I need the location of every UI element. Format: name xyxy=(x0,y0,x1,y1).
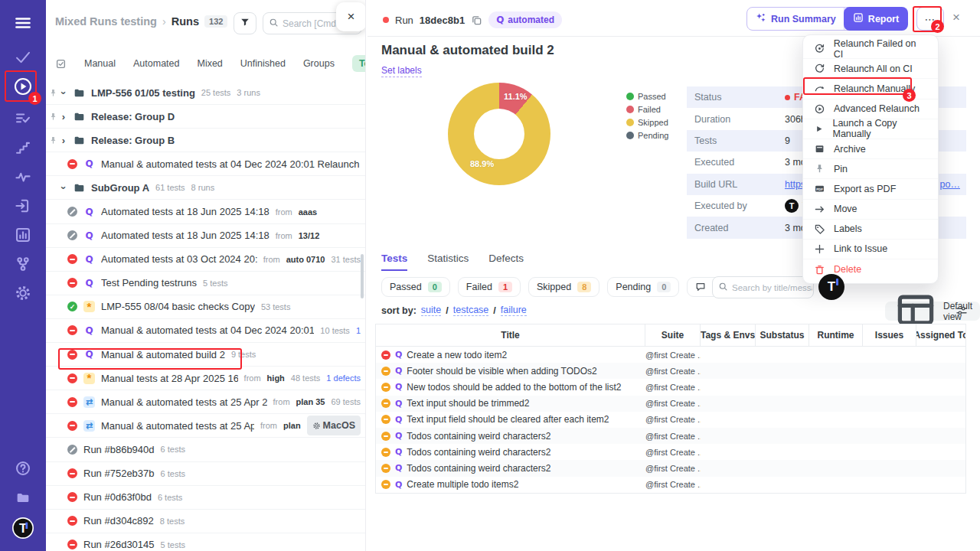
run-list-item[interactable]: Run #752eb37b6 tests xyxy=(46,462,365,486)
run-list-item[interactable]: *LMP-555 08/04 basic checks Copy53 tests xyxy=(46,295,365,319)
tests-search-box[interactable] xyxy=(712,276,814,298)
menu-item-pin[interactable]: Pin xyxy=(803,159,938,179)
table-row[interactable]: QText input field should be cleared afte… xyxy=(376,412,965,428)
chevron-right-icon[interactable]: › xyxy=(60,111,67,122)
check-icon[interactable] xyxy=(15,49,31,66)
report-button[interactable]: Report xyxy=(844,7,908,31)
menu-item-link-to-issue[interactable]: Link to Issue xyxy=(803,240,938,259)
run-group-item[interactable]: ›LMP-556 01/05 testing25 tests3 runs xyxy=(46,81,365,105)
menu-item-archive[interactable]: Archive xyxy=(803,139,938,159)
folder-stack-icon[interactable] xyxy=(15,489,31,506)
menu-item-launch-a-copy-manually[interactable]: Launch a Copy Manually xyxy=(803,119,938,139)
run-list-item[interactable]: Run #0d63f0bd6 tests xyxy=(46,486,365,510)
close-icon[interactable]: × xyxy=(952,10,960,25)
column-header-substatus[interactable]: Substatus xyxy=(756,324,809,347)
run-list-item[interactable]: QAutomated tests at 18 Jun 2025 14:18fro… xyxy=(46,200,365,223)
menu-item-relaunch-all-on-ci[interactable]: Relaunch All on CI xyxy=(803,59,938,79)
runs-panel-close-button[interactable]: × xyxy=(336,2,366,31)
table-row[interactable]: QTodos containing weird characters2@firs… xyxy=(376,460,965,476)
legend-item-passed[interactable]: Passed xyxy=(626,92,668,101)
run-list-item[interactable]: QTest Pending testruns5 tests xyxy=(46,272,365,295)
menu-item-export-as-pdf[interactable]: PDFExport as PDF xyxy=(803,179,938,199)
run-list-item[interactable]: QManual & automated tests at 04 Dec 2024… xyxy=(46,319,365,343)
steps-icon[interactable] xyxy=(15,139,31,156)
copy-icon[interactable] xyxy=(471,15,482,26)
gear-icon[interactable] xyxy=(15,285,31,302)
table-row[interactable]: QTodos containing weird characters2@firs… xyxy=(376,428,965,444)
column-header-title[interactable]: Title xyxy=(376,324,645,347)
menu-item-label: Move xyxy=(834,204,858,214)
build-url-link-end[interactable]: po… xyxy=(940,179,960,190)
sort-link-testcase[interactable]: testcase xyxy=(453,305,489,316)
pulse-icon[interactable] xyxy=(15,168,31,185)
user-avatar[interactable]: T xyxy=(818,274,844,300)
column-header-suite[interactable]: Suite xyxy=(645,324,701,347)
run-group-item[interactable]: ›Release: Group B xyxy=(46,129,365,152)
sort-link-suite[interactable]: suite xyxy=(421,305,441,316)
run-list-item[interactable]: ⇄Manual & automated tests at 25 Apr 2025… xyxy=(46,390,365,414)
runs-filter-tab-groups[interactable]: Groups xyxy=(303,58,335,69)
legend-item-skipped[interactable]: Skipped xyxy=(626,118,668,127)
run-list-item[interactable]: ⇄Manual & automated tests at 25 Apr 2025… xyxy=(46,414,365,438)
column-header-assigned-to[interactable]: Assigned To xyxy=(916,324,965,347)
runs-filter-tab-today[interactable]: To xyxy=(352,55,366,72)
column-header-issues[interactable]: Issues xyxy=(863,324,916,347)
sliders-icon[interactable] xyxy=(956,305,968,317)
chevron-down-icon[interactable]: › xyxy=(58,184,70,191)
branch-icon[interactable] xyxy=(15,256,31,272)
analytics-icon[interactable] xyxy=(15,227,31,243)
legend-item-pending[interactable]: Pending xyxy=(626,131,668,140)
run-list-item[interactable]: QAutomated tests at 18 Jun 2025 14:18fro… xyxy=(46,224,365,248)
run-list-item[interactable]: QManual & automated tests at 04 Dec 2024… xyxy=(46,152,365,176)
test-suite-cell: @first Create ... xyxy=(645,464,701,473)
status-skipped-icon xyxy=(381,367,390,376)
breadcrumb-project[interactable]: Mixed Runs testing xyxy=(55,15,157,28)
tab-defects[interactable]: Defects xyxy=(488,253,524,271)
chevron-down-icon[interactable]: › xyxy=(58,89,70,96)
runs-filter-tab-mixed[interactable]: Mixed xyxy=(197,58,222,69)
filter-chip-failed[interactable]: Failed1 xyxy=(458,277,521,297)
help-icon[interactable] xyxy=(15,460,31,477)
table-row[interactable]: QText input should be trimmed2@first Cre… xyxy=(376,396,965,412)
filter-button[interactable] xyxy=(234,12,256,34)
table-row[interactable]: QTodos containing weird characters2@firs… xyxy=(376,444,965,460)
menu-item-move[interactable]: Move xyxy=(803,200,938,220)
legend-item-failed[interactable]: Failed xyxy=(626,105,668,114)
column-header-runtime[interactable]: Runtime xyxy=(809,324,863,347)
set-labels-link[interactable]: Set labels xyxy=(381,65,422,77)
runs-filter-tab-manual[interactable]: Manual xyxy=(84,58,116,69)
filter-chip-passed[interactable]: Passed0 xyxy=(381,277,450,297)
logo-t-icon[interactable]: T xyxy=(11,517,34,540)
column-header-tags-envs[interactable]: Tags & Envs xyxy=(701,324,756,347)
run-list-item[interactable]: Run #d304c8928 tests xyxy=(46,510,365,533)
menu-item-relaunch-failed-on-ci[interactable]: Relaunch Failed on CI xyxy=(803,39,938,59)
run-list-item[interactable]: QAutomated tests at 03 Oct 2024 20:25fro… xyxy=(46,248,365,272)
import-icon[interactable] xyxy=(15,197,31,214)
filter-chip-pending[interactable]: Pending0 xyxy=(607,277,679,297)
table-row[interactable]: QNew todos should be added to the bottom… xyxy=(376,379,965,395)
menu-item-labels[interactable]: Labels xyxy=(803,220,938,240)
menu-icon[interactable] xyxy=(15,15,31,31)
list-check-icon[interactable] xyxy=(15,110,31,127)
automated-badge[interactable]: Q automated xyxy=(488,11,562,28)
chevron-right-icon[interactable]: › xyxy=(60,135,67,146)
runs-scrollbar[interactable] xyxy=(361,254,364,298)
run-group-item[interactable]: ›SubGroup A61 tests8 runs xyxy=(46,176,365,200)
table-row[interactable]: QCreate a new todo item2@first Create ..… xyxy=(376,347,965,363)
run-list-item[interactable]: *Manual tests at 28 Apr 2025 16:50fromhi… xyxy=(46,367,365,390)
tab-tests[interactable]: Tests xyxy=(381,253,407,271)
run-list-item[interactable]: Run #26d301455 tests xyxy=(46,533,365,551)
sort-link-failure[interactable]: failure xyxy=(501,305,527,316)
table-row[interactable]: QCreate multiple todo items2@first Creat… xyxy=(376,477,965,493)
table-row[interactable]: QFooter should be visible when adding TO… xyxy=(376,363,965,379)
runs-filter-tab-unfinished[interactable]: Unfinished xyxy=(240,58,286,69)
run-list-item[interactable]: Run #b86b940d6 tests xyxy=(46,438,365,461)
tab-statistics[interactable]: Statistics xyxy=(427,253,469,271)
runs-filter-tab-automated[interactable]: Automated xyxy=(133,58,179,69)
menu-item-advanced-relaunch[interactable]: Advanced Relaunch xyxy=(803,99,938,119)
tests-search-input[interactable] xyxy=(732,283,812,292)
select-all-icon[interactable] xyxy=(55,58,67,70)
run-group-item[interactable]: ›Release: Group D xyxy=(46,105,365,129)
breadcrumb-page[interactable]: Runs xyxy=(172,15,199,28)
filter-chip-skipped[interactable]: Skipped8 xyxy=(528,277,599,297)
